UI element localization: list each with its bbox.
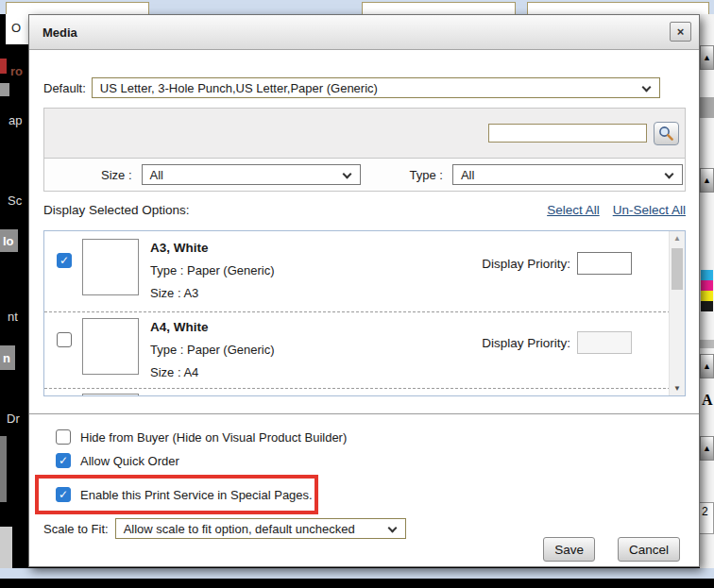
background-text-fragment: nt bbox=[8, 310, 18, 324]
background-scroll-up-icon: ▲ bbox=[700, 168, 714, 193]
hide-from-buyer-checkbox[interactable]: ✓ bbox=[56, 429, 71, 445]
allow-quick-order-label: Allow Quick Order bbox=[80, 454, 179, 468]
hide-from-buyer-label: Hide from Buyer (Hide on Visual Product … bbox=[80, 430, 347, 445]
checkmark-icon: ✓ bbox=[59, 455, 68, 466]
display-priority-input-disabled bbox=[577, 331, 632, 354]
media-thumbnail bbox=[82, 318, 139, 375]
scroll-up-icon[interactable]: ▲ bbox=[670, 234, 685, 243]
scale-to-fit-label: Scale to Fit: bbox=[43, 522, 109, 536]
size-value: All bbox=[150, 168, 163, 182]
list-scrollbar[interactable]: ▲ ▼ bbox=[669, 231, 685, 395]
type-label: Type : bbox=[410, 168, 443, 182]
media-name: Backlit Vinyl bbox=[150, 392, 226, 396]
allow-quick-order-row: ✓ Allow Quick Order bbox=[56, 452, 179, 469]
media-list-item: ✓ A4, White Type : Paper (Generic) Size … bbox=[44, 312, 685, 389]
background-fragment bbox=[0, 59, 7, 74]
background-scroll-up-icon: ▲ bbox=[700, 436, 714, 461]
chevron-down-icon bbox=[387, 524, 397, 533]
search-filter-panel: Size : All Type : All bbox=[43, 108, 686, 192]
dialog-titlebar: Media bbox=[29, 15, 699, 50]
filter-row: Size : All Type : All bbox=[44, 158, 685, 191]
media-item-checkbox[interactable]: ✓ bbox=[57, 332, 72, 347]
media-size: Size : A4 bbox=[150, 361, 275, 384]
checkmark-icon: ✓ bbox=[60, 255, 69, 266]
background-text-fragment: Sc bbox=[8, 193, 22, 208]
select-all-link[interactable]: Select All bbox=[547, 203, 600, 217]
background-text-fragment: A bbox=[702, 392, 713, 409]
background-scroll-up-icon: ▲ bbox=[700, 45, 714, 70]
media-type: Type : Paper (Generic) bbox=[150, 260, 275, 282]
scroll-down-icon[interactable]: ▼ bbox=[670, 384, 685, 393]
section-divider bbox=[29, 413, 699, 414]
media-type: Type : Paper (Generic) bbox=[150, 339, 275, 361]
highlight-annotation-box: ✓ Enable this Print Service in Special P… bbox=[35, 475, 318, 514]
default-media-select[interactable]: US Letter, 3-Hole Punch,US Letter,Paper … bbox=[92, 77, 660, 98]
cyan-swatch bbox=[701, 270, 713, 280]
scale-to-fit-value: Allow scale to fit option, default unche… bbox=[124, 522, 355, 536]
close-icon[interactable]: × bbox=[670, 22, 691, 42]
dialog-buttons: Save Cancel bbox=[543, 537, 680, 562]
background-menu-fragment: n bbox=[0, 345, 15, 370]
display-priority-label: Display Priority: bbox=[482, 257, 570, 271]
background-input-fragment bbox=[6, 2, 149, 14]
default-label: Default: bbox=[43, 81, 86, 95]
yellow-swatch bbox=[701, 291, 713, 301]
background-input-fragment bbox=[362, 2, 516, 14]
type-select[interactable]: All bbox=[452, 164, 683, 185]
background-text-fragment: ro bbox=[10, 64, 23, 78]
magenta-swatch bbox=[701, 280, 713, 291]
media-list-item: ✓ A3, White Type : Paper (Generic) Size … bbox=[44, 231, 685, 312]
background-text-fragment: O bbox=[11, 21, 21, 35]
media-dialog: Media × Default: US Letter, 3-Hole Punch… bbox=[28, 14, 700, 567]
media-name: A3, White bbox=[150, 237, 275, 260]
save-button[interactable]: Save bbox=[543, 537, 595, 562]
background-bottom-bar bbox=[0, 568, 714, 579]
background-fragment: O bbox=[6, 14, 28, 44]
background-fragment bbox=[0, 83, 9, 96]
media-size: Size : A3 bbox=[150, 282, 275, 305]
scale-to-fit-select[interactable]: Allow scale to fit option, default unche… bbox=[115, 518, 406, 539]
enable-special-pages-label: Enable this Print Service in Special Pag… bbox=[80, 488, 313, 502]
media-item-checkbox[interactable]: ✓ bbox=[57, 253, 72, 268]
options-header: Display Selected Options: Select All Un-… bbox=[43, 203, 686, 217]
media-thumbnail bbox=[82, 394, 139, 396]
background-text-fragment: ap bbox=[8, 113, 22, 127]
media-list: ✓ A3, White Type : Paper (Generic) Size … bbox=[43, 230, 686, 396]
media-thumbnail bbox=[82, 239, 139, 295]
black-swatch bbox=[701, 301, 713, 311]
chevron-down-icon bbox=[641, 83, 651, 92]
size-label: Size : bbox=[101, 168, 132, 182]
default-media-row: Default: US Letter, 3-Hole Punch,US Lett… bbox=[43, 77, 660, 98]
display-priority-label: Display Priority: bbox=[482, 336, 570, 350]
search-button[interactable] bbox=[654, 122, 679, 145]
size-select[interactable]: All bbox=[142, 164, 361, 185]
background-fragment bbox=[700, 97, 714, 118]
background-fragment: 2 bbox=[698, 502, 714, 534]
chevron-down-icon bbox=[664, 170, 673, 179]
display-priority-input[interactable] bbox=[577, 252, 632, 275]
search-input[interactable] bbox=[488, 124, 647, 143]
background-fragment bbox=[0, 436, 7, 502]
cancel-button[interactable]: Cancel bbox=[618, 537, 680, 562]
background-input-fragment bbox=[527, 2, 709, 14]
background-menu-fragment: lo bbox=[0, 229, 18, 252]
unselect-all-link[interactable]: Un-Select All bbox=[613, 203, 686, 217]
background-fragment bbox=[700, 340, 714, 348]
media-name: A4, White bbox=[150, 316, 275, 339]
chevron-down-icon bbox=[342, 170, 351, 179]
background-text-fragment: Dr bbox=[7, 412, 20, 426]
background-fragment bbox=[0, 527, 12, 568]
allow-quick-order-checkbox[interactable]: ✓ bbox=[56, 453, 71, 468]
default-media-value: US Letter, 3-Hole Punch,US Letter,Paper … bbox=[100, 81, 378, 95]
background-scroll-up-icon: ▲ bbox=[700, 354, 714, 378]
scrollbar-thumb[interactable] bbox=[672, 248, 683, 290]
media-list-item: Backlit Vinyl bbox=[44, 389, 685, 396]
scale-to-fit-row: Scale to Fit: Allow scale to fit option,… bbox=[43, 518, 406, 539]
search-icon bbox=[658, 126, 674, 142]
enable-special-pages-checkbox[interactable]: ✓ bbox=[56, 487, 71, 502]
search-row bbox=[44, 109, 685, 158]
hide-from-buyer-row: ✓ Hide from Buyer (Hide on Visual Produc… bbox=[56, 428, 347, 445]
display-selected-options-label: Display Selected Options: bbox=[43, 203, 190, 217]
type-value: All bbox=[461, 168, 474, 182]
dialog-title: Media bbox=[42, 25, 77, 40]
